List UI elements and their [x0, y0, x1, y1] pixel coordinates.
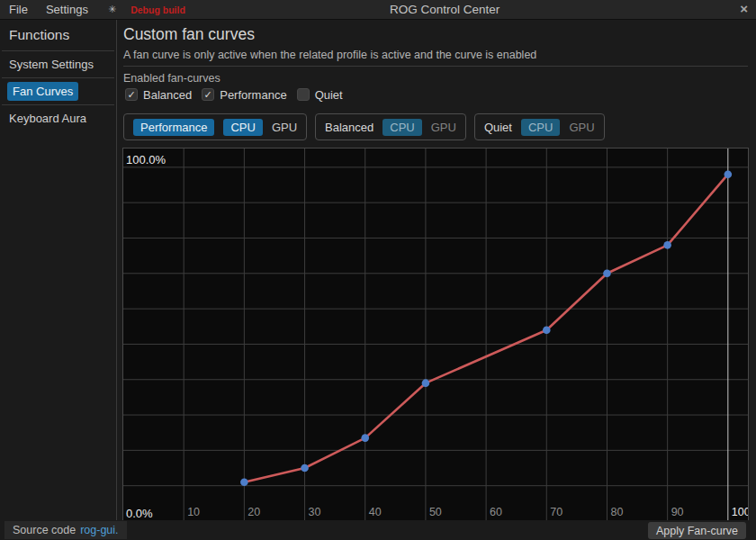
footer-bar: Source code rog-gui. Apply Fan-curve	[0, 520, 756, 540]
enabled-fan-curves-label: Enabled fan-curves	[123, 72, 220, 85]
fan-curve-point[interactable]	[663, 241, 671, 249]
fan-curve-point[interactable]	[543, 326, 551, 334]
tab-profile-balanced[interactable]: Balanced	[325, 121, 374, 134]
page-title: Custom fan curves	[123, 25, 255, 44]
x-tick-label: 80	[610, 506, 623, 518]
x-tick-label: 60	[490, 506, 502, 518]
fan-curve-point[interactable]	[422, 379, 430, 387]
fan-curve-chart[interactable]: 0.0%100.0%102030405060708090100	[122, 148, 749, 522]
tab-quiet-gpu[interactable]: GPU	[569, 121, 594, 134]
tab-group-quiet: Quiet CPU GPU	[474, 113, 605, 140]
checkbox-performance[interactable]: ✓ Performance	[202, 88, 286, 102]
x-tick-label: 100	[732, 506, 748, 518]
checkbox-quiet[interactable]: Quiet	[297, 88, 343, 102]
checkbox-label: Quiet	[315, 88, 343, 102]
window-title: ROG Control Center	[390, 3, 500, 16]
sidebar-item-keyboard-aura[interactable]: Keyboard Aura	[0, 105, 116, 131]
sidebar-item-fan-curves[interactable]: Fan Curves	[0, 78, 116, 104]
titlebar: File Settings ✳ Debug build ROG Control …	[0, 0, 756, 20]
tab-quiet-cpu[interactable]: CPU	[521, 119, 560, 136]
x-tick-label: 30	[309, 506, 321, 518]
tab-profile-quiet[interactable]: Quiet	[484, 121, 512, 134]
y-tick-label: 0.0%	[126, 507, 153, 520]
tab-profile-performance[interactable]: Performance	[133, 119, 214, 136]
x-tick-label: 10	[187, 506, 200, 518]
check-icon: ✓	[127, 90, 135, 100]
fan-curve-plot[interactable]: 0.0%100.0%102030405060708090100	[123, 148, 748, 521]
sidebar: Functions System Settings Fan Curves Key…	[0, 20, 117, 520]
main-panel: Custom fan curves A fan curve is only ac…	[118, 20, 756, 520]
fan-curve-point[interactable]	[240, 478, 248, 486]
tab-group-balanced: Balanced CPU GPU	[315, 113, 466, 140]
fan-curve-point[interactable]	[361, 434, 369, 442]
sidebar-header: Functions	[0, 20, 116, 50]
fan-curve-point[interactable]	[301, 464, 309, 472]
tab-performance-gpu[interactable]: GPU	[272, 121, 297, 134]
checkbox-balanced[interactable]: ✓ Balanced	[125, 88, 192, 102]
fan-curve-point[interactable]	[724, 170, 733, 178]
menu-file[interactable]: File	[0, 3, 37, 16]
sidebar-item-system-settings[interactable]: System Settings	[0, 51, 116, 77]
rog-control-center-window: File Settings ✳ Debug build ROG Control …	[0, 0, 756, 540]
theme-toggle-icon[interactable]: ✳	[108, 4, 116, 15]
checkbox-box[interactable]: ✓	[125, 88, 138, 101]
sidebar-item-label: Fan Curves	[7, 82, 78, 101]
sidebar-item-label: Keyboard Aura	[7, 110, 88, 127]
debug-build-label: Debug build	[130, 4, 185, 15]
checkbox-label: Performance	[220, 88, 286, 102]
page-subtitle: A fan curve is only active when the rela…	[123, 49, 536, 61]
checkbox-box[interactable]: ✓	[202, 88, 214, 101]
source-code-label: Source code	[13, 524, 76, 536]
divider	[123, 66, 748, 67]
y-tick-label: 100.0%	[126, 153, 166, 166]
check-icon: ✓	[204, 90, 212, 100]
x-tick-label: 40	[369, 506, 382, 518]
x-tick-label: 70	[550, 506, 562, 518]
x-tick-label: 20	[248, 506, 260, 518]
apply-fan-curve-button[interactable]: Apply Fan-curve	[648, 522, 746, 539]
menu-settings[interactable]: Settings	[37, 3, 97, 16]
source-code-box: Source code rog-gui.	[4, 521, 127, 539]
close-icon[interactable]: ×	[740, 1, 748, 16]
enabled-curves-row: ✓ Balanced ✓ Performance Quiet	[125, 86, 343, 103]
tab-balanced-gpu[interactable]: GPU	[431, 121, 456, 134]
profile-tabs-row: Performance CPU GPU Balanced CPU GPU Qui…	[123, 113, 605, 140]
x-tick-label: 90	[671, 506, 684, 518]
checkbox-label: Balanced	[143, 88, 192, 102]
tab-balanced-cpu[interactable]: CPU	[382, 119, 421, 136]
tab-group-performance: Performance CPU GPU	[123, 113, 307, 140]
checkbox-box[interactable]	[297, 88, 310, 101]
fan-curve-point[interactable]	[603, 269, 611, 277]
tab-performance-cpu[interactable]: CPU	[223, 119, 262, 136]
source-code-link[interactable]: rog-gui.	[80, 524, 118, 536]
sidebar-item-label: System Settings	[7, 56, 95, 73]
x-tick-label: 50	[429, 506, 442, 518]
